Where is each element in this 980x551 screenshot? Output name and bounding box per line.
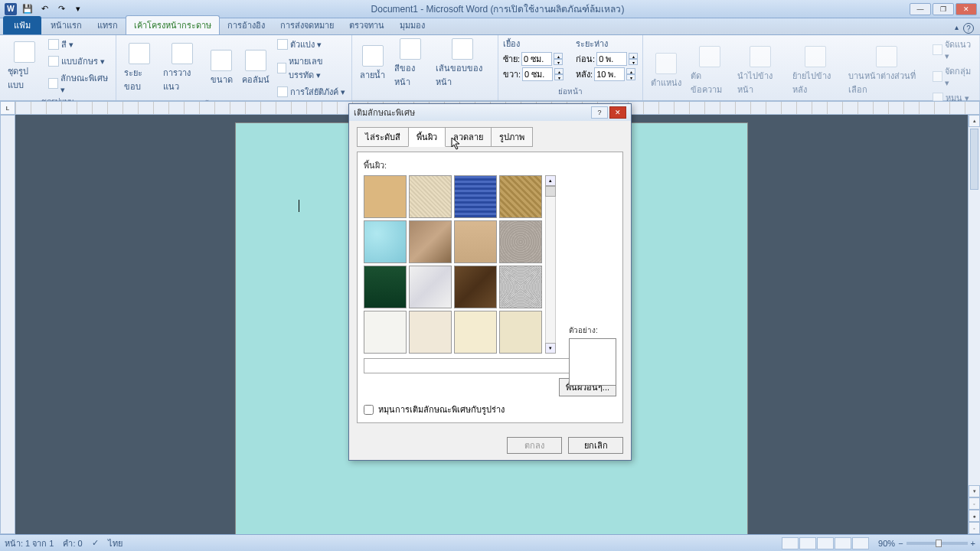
browse-object-icon[interactable]: ●: [969, 510, 980, 522]
line-numbers-button[interactable]: หมายเลขบรรทัด ▾: [276, 54, 347, 83]
texture-swatch[interactable]: [409, 220, 452, 263]
vertical-ruler[interactable]: [0, 115, 15, 534]
texture-swatch[interactable]: [409, 311, 452, 354]
spin-down-icon[interactable]: ▾: [629, 59, 638, 65]
spacing-before-input[interactable]: [596, 52, 627, 66]
window-controls: — ❐ ✕: [910, 3, 977, 15]
status-words[interactable]: คำ: 0: [63, 536, 82, 550]
texture-scrollbar[interactable]: ▴ ▾: [545, 175, 556, 354]
spin-up-icon[interactable]: ▴: [626, 68, 635, 74]
zoom-in-button[interactable]: +: [971, 539, 975, 548]
indent-right-input[interactable]: [522, 67, 553, 81]
prev-page-icon[interactable]: ◦: [969, 497, 980, 510]
view-full-screen[interactable]: [799, 537, 816, 549]
effects-button[interactable]: ลักษณะพิเศษ ▾: [47, 70, 110, 96]
ok-button[interactable]: ตกลง: [507, 437, 562, 454]
texture-swatch[interactable]: [409, 266, 452, 308]
qat-customize[interactable]: ▾: [70, 2, 86, 16]
texture-swatch[interactable]: [499, 175, 542, 218]
watermark-button[interactable]: ลายน้ำ: [357, 44, 388, 83]
spin-up-icon[interactable]: ▴: [554, 68, 564, 74]
tab-pattern[interactable]: ลวดลาย: [445, 127, 492, 147]
texture-swatch[interactable]: [454, 311, 497, 354]
close-button[interactable]: ✕: [956, 3, 977, 15]
zoom-out-button[interactable]: −: [898, 539, 903, 548]
rotate-fill-checkbox[interactable]: [364, 405, 374, 415]
columns-button[interactable]: คอลัมน์: [239, 48, 273, 88]
texture-swatch[interactable]: [499, 311, 542, 354]
status-page[interactable]: หน้า: 1 จาก 1: [5, 536, 54, 550]
save-button[interactable]: 💾: [20, 2, 35, 16]
breaks-button[interactable]: ตัวแบ่ง ▾: [276, 37, 347, 52]
texture-swatch[interactable]: [409, 175, 452, 218]
scroll-thumb[interactable]: [970, 129, 978, 190]
tab-review[interactable]: ตรวจทาน: [341, 16, 392, 34]
tab-picture[interactable]: รูปภาพ: [491, 127, 533, 147]
app-icon[interactable]: W: [3, 2, 18, 16]
spin-down-icon[interactable]: ▾: [626, 74, 635, 80]
proofing-icon[interactable]: ✓: [92, 538, 99, 548]
texture-swatch[interactable]: [364, 175, 407, 218]
scroll-down-icon[interactable]: ▾: [545, 343, 556, 354]
texture-swatch[interactable]: [364, 311, 407, 354]
hyphenation-button[interactable]: การใส่ยัติภังค์ ▾: [276, 84, 347, 99]
texture-swatch[interactable]: [499, 220, 542, 263]
view-draft[interactable]: [852, 537, 869, 549]
spin-down-icon[interactable]: ▾: [554, 74, 564, 80]
ribbon-minimize-icon[interactable]: ▴: [955, 23, 959, 31]
tab-file[interactable]: แฟ้ม: [3, 16, 41, 34]
orientation-button[interactable]: การวางแนว: [160, 41, 204, 95]
tab-page-layout[interactable]: เค้าโครงหน้ากระดาษ: [126, 15, 220, 34]
minimize-button[interactable]: —: [910, 3, 931, 15]
zoom-level[interactable]: 90%: [878, 539, 895, 548]
texture-swatch[interactable]: [454, 175, 497, 218]
page-color-button[interactable]: สีของหน้า: [391, 37, 430, 90]
tab-references[interactable]: การอ้างอิง: [220, 16, 273, 34]
themes-button[interactable]: ชุดรูปแบบ: [5, 40, 44, 93]
tab-insert[interactable]: แทรก: [90, 16, 126, 34]
dialog-titlebar[interactable]: เติมลักษณะพิเศษ ? ✕: [349, 104, 631, 121]
page-borders-button[interactable]: เส้นขอบของหน้า: [433, 37, 493, 90]
next-page-icon[interactable]: ◦: [969, 522, 980, 534]
texture-swatch[interactable]: [364, 220, 407, 263]
help-icon[interactable]: ?: [963, 23, 974, 34]
spin-down-icon[interactable]: ▾: [554, 59, 563, 65]
tab-mailings[interactable]: การส่งจดหมาย: [273, 16, 341, 34]
cancel-button[interactable]: ยกเลิก: [568, 437, 623, 454]
tab-gradient[interactable]: ไล่ระดับสี: [357, 127, 409, 147]
dialog-help-button[interactable]: ?: [591, 106, 608, 119]
tab-texture[interactable]: พื้นผิว: [408, 127, 446, 147]
zoom-thumb[interactable]: [936, 540, 942, 547]
zoom-slider[interactable]: [906, 542, 968, 545]
margins-button[interactable]: ระยะขอบ: [121, 41, 158, 95]
indent-left-input[interactable]: [521, 52, 552, 66]
texture-swatch[interactable]: [454, 266, 497, 308]
spacing-after-input[interactable]: [594, 67, 625, 81]
align-button: จัดแนว ▾: [931, 37, 975, 62]
spin-up-icon[interactable]: ▴: [629, 53, 638, 59]
dialog-close-button[interactable]: ✕: [609, 106, 626, 119]
texture-swatch[interactable]: [364, 266, 407, 308]
scroll-thumb[interactable]: [545, 186, 556, 197]
redo-button[interactable]: ↷: [54, 2, 69, 16]
indent-left: ซ้าย:▴▾: [503, 52, 564, 66]
scroll-up-icon[interactable]: ▴: [969, 115, 980, 127]
fonts-icon: [48, 56, 59, 67]
view-web-layout[interactable]: [817, 537, 834, 549]
vertical-scrollbar[interactable]: ▴ ▾ ◦ ● ◦: [968, 115, 980, 534]
texture-swatch[interactable]: [499, 266, 542, 308]
view-outline[interactable]: [835, 537, 851, 549]
size-button[interactable]: ขนาด: [207, 48, 236, 88]
view-print-layout[interactable]: [782, 537, 799, 549]
texture-swatch[interactable]: [454, 220, 497, 263]
spin-up-icon[interactable]: ▴: [554, 53, 563, 59]
fonts-button[interactable]: แบบอักษร ▾: [47, 54, 110, 69]
tab-view[interactable]: มุมมอง: [392, 16, 433, 34]
colors-button[interactable]: สี ▾: [47, 37, 110, 52]
status-language[interactable]: ไทย: [108, 536, 122, 550]
undo-button[interactable]: ↶: [37, 2, 52, 16]
scroll-down-icon[interactable]: ▾: [969, 485, 980, 497]
scroll-up-icon[interactable]: ▴: [545, 175, 556, 186]
maximize-button[interactable]: ❐: [933, 3, 954, 15]
tab-home[interactable]: หน้าแรก: [43, 16, 90, 34]
